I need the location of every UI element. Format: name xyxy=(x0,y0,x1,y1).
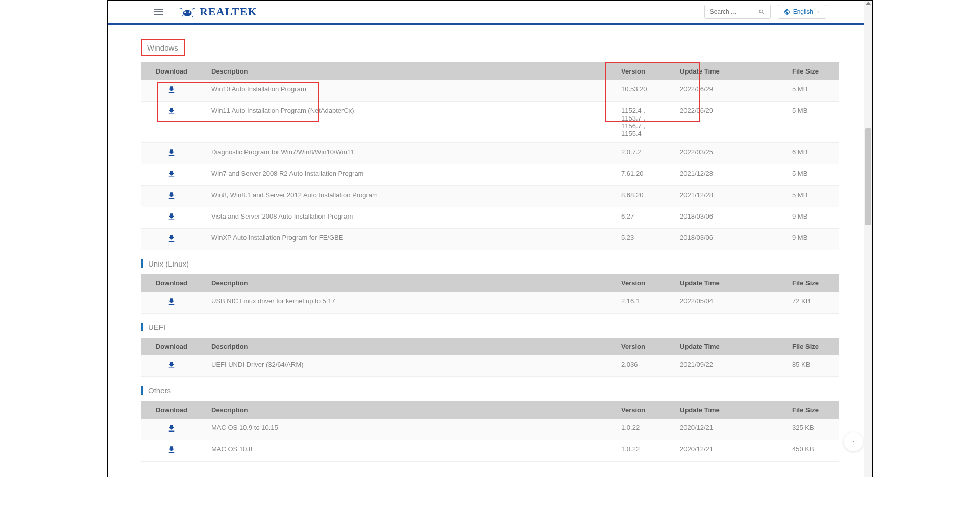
table-row: MAC OS 10.81.0.222020/12/21450 KB xyxy=(141,440,839,462)
table-row: Vista and Server 2008 Auto Installation … xyxy=(141,207,839,229)
table-row: Win10 Auto Installation Program10.53.202… xyxy=(141,80,839,102)
download-cell[interactable] xyxy=(141,102,202,143)
update-cell: 2018/03/06 xyxy=(671,207,783,229)
description-cell[interactable]: Win8, Win8.1 and Server 2012 Auto Instal… xyxy=(202,186,612,207)
menu-button[interactable] xyxy=(154,9,163,15)
download-cell[interactable] xyxy=(141,186,202,207)
size-cell: 6 MB xyxy=(783,143,839,164)
description-cell[interactable]: WinXP Auto Installation Program for FE/G… xyxy=(202,229,612,250)
size-cell: 9 MB xyxy=(783,207,839,229)
section-title: Unix (Linux) xyxy=(141,259,839,268)
download-icon[interactable] xyxy=(167,234,176,243)
description-cell[interactable]: Vista and Server 2008 Auto Installation … xyxy=(202,207,612,229)
description-cell[interactable]: MAC OS 10.9 to 10.15 xyxy=(202,419,612,440)
download-icon[interactable] xyxy=(167,148,176,157)
section-title: Windows xyxy=(141,39,185,56)
brand-logo[interactable]: REALTEK xyxy=(178,5,257,18)
table-row: MAC OS 10.9 to 10.151.0.222020/12/21325 … xyxy=(141,419,839,440)
col-update: Update Time xyxy=(671,62,783,80)
col-download: Download xyxy=(141,274,202,292)
vertical-scrollbar[interactable] xyxy=(864,1,872,477)
download-icon[interactable] xyxy=(167,361,176,370)
version-cell: 1152.4 , 1153.7 , 1156.7 , 1155.4 xyxy=(612,102,671,143)
size-cell: 72 KB xyxy=(783,292,839,314)
size-cell: 5 MB xyxy=(783,102,839,143)
scroll-to-top-button[interactable] xyxy=(844,432,863,451)
table-row: Win7 and Server 2008 R2 Auto Installatio… xyxy=(141,164,839,186)
update-cell: 2018/03/06 xyxy=(671,229,783,250)
download-icon[interactable] xyxy=(167,212,176,222)
col-version: Version xyxy=(612,62,671,80)
download-cell[interactable] xyxy=(141,143,202,164)
update-cell: 2022/05/04 xyxy=(671,292,783,314)
download-cell[interactable] xyxy=(141,419,202,440)
download-icon[interactable] xyxy=(167,85,176,94)
chevron-down-icon xyxy=(816,10,821,14)
language-selector[interactable]: English xyxy=(778,5,826,19)
chevron-up-icon xyxy=(850,439,856,445)
download-icon[interactable] xyxy=(167,297,176,306)
description-cell[interactable]: MAC OS 10.8 xyxy=(202,440,612,462)
download-cell[interactable] xyxy=(141,207,202,229)
download-icon[interactable] xyxy=(167,445,176,454)
col-size: File Size xyxy=(783,338,839,355)
download-cell[interactable] xyxy=(141,292,202,314)
download-icon[interactable] xyxy=(167,107,176,116)
col-size: File Size xyxy=(783,401,839,419)
col-version: Version xyxy=(612,274,671,292)
col-description: Description xyxy=(202,274,612,292)
description-cell[interactable]: USB NIC Linux driver for kernel up to 5.… xyxy=(202,292,612,314)
download-table: DownloadDescriptionVersionUpdate TimeFil… xyxy=(141,401,839,462)
table-row: Win8, Win8.1 and Server 2012 Auto Instal… xyxy=(141,186,839,207)
table-row: WinXP Auto Installation Program for FE/G… xyxy=(141,229,839,250)
table-wrap-2: DownloadDescriptionVersionUpdate TimeFil… xyxy=(141,338,839,377)
update-cell: 2021/09/22 xyxy=(671,355,783,377)
col-description: Description xyxy=(202,401,612,419)
version-cell: 7.61.20 xyxy=(612,164,671,186)
download-cell[interactable] xyxy=(141,355,202,377)
download-icon[interactable] xyxy=(167,424,176,433)
search-input[interactable] xyxy=(710,8,758,15)
download-table: DownloadDescriptionVersionUpdate TimeFil… xyxy=(141,62,839,250)
svg-point-1 xyxy=(184,11,186,13)
version-cell: 8.68.20 xyxy=(612,186,671,207)
col-download: Download xyxy=(141,401,202,419)
download-cell[interactable] xyxy=(141,80,202,102)
update-cell: 2022/03/25 xyxy=(671,143,783,164)
svg-point-0 xyxy=(183,10,191,16)
table-wrap-3: DownloadDescriptionVersionUpdate TimeFil… xyxy=(141,401,839,462)
col-size: File Size xyxy=(783,62,839,80)
version-cell: 2.16.1 xyxy=(612,292,671,314)
size-cell: 5 MB xyxy=(783,186,839,207)
version-cell: 2.0.7.2 xyxy=(612,143,671,164)
header: REALTEK English xyxy=(108,1,872,25)
download-icon[interactable] xyxy=(167,170,176,179)
description-cell[interactable]: Diagnostic Program for Win7/Win8/Win10/W… xyxy=(202,143,612,164)
update-cell: 2022/06/29 xyxy=(671,80,783,102)
section-title: Others xyxy=(141,386,839,395)
search-icon[interactable] xyxy=(758,9,765,15)
col-version: Version xyxy=(612,401,671,419)
description-cell[interactable]: Win10 Auto Installation Program xyxy=(202,80,612,102)
col-description: Description xyxy=(202,338,612,355)
download-cell[interactable] xyxy=(141,440,202,462)
version-cell: 1.0.22 xyxy=(612,419,671,440)
col-description: Description xyxy=(202,62,612,80)
download-table: DownloadDescriptionVersionUpdate TimeFil… xyxy=(141,274,839,314)
version-cell: 5.23 xyxy=(612,229,671,250)
scrollbar-thumb[interactable] xyxy=(865,128,871,225)
section-title: UEFI xyxy=(141,323,839,331)
version-cell: 2.036 xyxy=(612,355,671,377)
description-cell[interactable]: UEFI UNDI Driver (32/64/ARM) xyxy=(202,355,612,377)
description-cell[interactable]: Win11 Auto Installation Program (NetAdap… xyxy=(202,102,612,143)
size-cell: 5 MB xyxy=(783,164,839,186)
description-cell[interactable]: Win7 and Server 2008 R2 Auto Installatio… xyxy=(202,164,612,186)
download-icon[interactable] xyxy=(167,191,176,200)
update-cell: 2021/12/28 xyxy=(671,164,783,186)
download-cell[interactable] xyxy=(141,229,202,250)
download-cell[interactable] xyxy=(141,164,202,186)
size-cell: 85 KB xyxy=(783,355,839,377)
table-row: Win11 Auto Installation Program (NetAdap… xyxy=(141,102,839,143)
size-cell: 9 MB xyxy=(783,229,839,250)
search-box[interactable] xyxy=(704,5,771,19)
